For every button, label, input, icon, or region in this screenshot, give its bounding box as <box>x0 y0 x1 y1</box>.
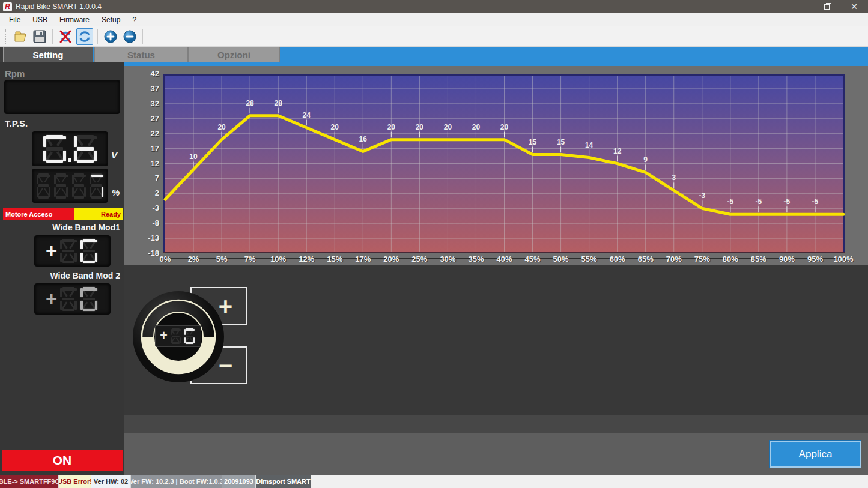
x-axis-label: 60% <box>610 255 625 264</box>
plus-circle-icon <box>103 29 118 44</box>
status-segment: USB Error! <box>59 475 91 488</box>
sync-button[interactable] <box>76 28 93 45</box>
wide-band-mod2-label: Wide Band Mod 2 <box>0 271 120 280</box>
close-icon: ✕ <box>851 2 858 11</box>
decrease-button[interactable] <box>121 28 138 45</box>
x-axis-label: 75% <box>694 255 710 264</box>
tab-opzioni[interactable]: Opzioni <box>188 47 280 62</box>
y-axis-label: -13 <box>124 233 159 242</box>
svg-text:16: 16 <box>359 135 368 143</box>
on-button[interactable]: ON <box>2 450 123 471</box>
menu-item-file[interactable]: File <box>3 13 26 26</box>
menu-item-help[interactable]: ? <box>126 13 142 26</box>
tps-volt-display <box>32 131 108 166</box>
tuning-curve-chart[interactable]: 1020282824201620202020201515141293-3-5-5… <box>163 74 845 253</box>
x-axis-label: 30% <box>440 255 455 264</box>
app-window: R Rapid Bike SMART 1.0.0.4 ✕ FileUSBFirm… <box>0 0 868 488</box>
x-axis-label: 7% <box>244 255 256 264</box>
tab-setting[interactable]: Setting <box>3 47 93 62</box>
adjustment-area: + − + <box>124 265 868 415</box>
svg-text:20: 20 <box>416 123 424 131</box>
x-axis-label: 15% <box>327 255 342 264</box>
svg-text:-5: -5 <box>727 197 733 206</box>
x-axis-label: 0% <box>160 255 171 264</box>
save-icon <box>32 29 47 44</box>
y-axis-label: 27 <box>124 114 159 123</box>
segment-digit <box>60 287 77 311</box>
status-segment: 20091093 <box>222 475 256 488</box>
y-axis-label: -8 <box>124 218 159 227</box>
decimal-point <box>68 158 72 162</box>
svg-text:15: 15 <box>557 138 565 146</box>
plus-sign: + <box>46 289 57 309</box>
y-axis-label: -18 <box>124 249 159 258</box>
apply-button[interactable]: Applica <box>769 440 861 468</box>
increase-button[interactable] <box>102 28 119 45</box>
close-button[interactable]: ✕ <box>840 0 868 13</box>
open-folder-icon <box>13 29 28 44</box>
wide-band-mod1-label: Wide Band Mod1 <box>0 223 120 232</box>
y-axis-label: 37 <box>124 84 159 93</box>
tps-percent-display <box>32 169 108 203</box>
segment-digit <box>60 239 77 263</box>
menu-item-usb[interactable]: USB <box>26 13 53 26</box>
svg-text:14: 14 <box>585 141 593 149</box>
wide-band-mod2-display: + <box>34 283 111 315</box>
x-axis-label: 70% <box>666 255 682 264</box>
x-axis-label: 55% <box>581 255 597 264</box>
chart-panel: 1020282824201620202020201515141293-3-5-5… <box>124 66 868 265</box>
x-axis-label: 12% <box>299 255 314 264</box>
svg-text:-5: -5 <box>812 197 819 206</box>
window-title: Rapid Bike SMART 1.0.0.4 <box>16 2 102 11</box>
tab-status[interactable]: Status <box>94 47 188 62</box>
sidebar: Rpm T.P.S. V % Motore Acceso Ready Wide … <box>0 62 124 475</box>
status-bar: BLE-> SMARTFF9CUSB Error!Ver HW: 02Ver F… <box>0 475 868 488</box>
title-bar: R Rapid Bike SMART 1.0.0.4 ✕ <box>0 0 868 13</box>
y-axis-label: 32 <box>124 99 159 108</box>
y-axis-label: 12 <box>124 159 159 168</box>
menu-item-firmware[interactable]: Firmware <box>53 13 96 26</box>
svg-text:15: 15 <box>529 138 537 146</box>
x-axis-label: 95% <box>807 255 823 264</box>
engine-status-strip: Motore Acceso Ready <box>3 208 123 220</box>
x-axis-label: 17% <box>355 255 371 264</box>
open-folder-button[interactable] <box>12 28 29 45</box>
x-axis-label: 85% <box>751 255 766 264</box>
knob-value-display: + <box>155 325 201 347</box>
maximize-button[interactable] <box>813 0 840 13</box>
usb-disconnect-icon <box>58 29 73 44</box>
svg-text:20: 20 <box>331 123 339 131</box>
svg-text:-3: -3 <box>699 191 705 200</box>
x-axis-label: 10% <box>270 255 286 264</box>
segment-digit <box>90 173 103 199</box>
svg-text:20: 20 <box>444 123 452 131</box>
segment-digit <box>54 173 68 199</box>
segment-digit <box>184 328 195 344</box>
tps-percent-unit: % <box>112 187 120 197</box>
svg-text:20: 20 <box>500 123 509 131</box>
x-axis-label: 65% <box>638 255 654 264</box>
y-axis-label: 22 <box>124 129 159 138</box>
menu-item-setup[interactable]: Setup <box>96 13 126 26</box>
wide-band-mod1-display: + <box>34 235 111 267</box>
usb-disconnect-button[interactable] <box>57 28 74 45</box>
svg-text:9: 9 <box>643 155 648 164</box>
app-logo-icon: R <box>3 2 12 11</box>
svg-text:-5: -5 <box>756 197 762 206</box>
engine-status-right: Ready <box>74 208 123 220</box>
svg-text:-5: -5 <box>784 197 791 206</box>
x-axis-label: 35% <box>468 255 484 264</box>
save-button[interactable] <box>31 28 48 45</box>
minimize-button[interactable] <box>785 0 813 13</box>
segment-digit <box>80 239 97 263</box>
status-segment: BLE-> SMARTFF9C <box>0 475 59 488</box>
segment-digit <box>74 135 97 163</box>
svg-text:20: 20 <box>472 123 481 131</box>
plus-sign: + <box>46 241 57 261</box>
x-axis-label: 40% <box>496 255 512 264</box>
status-segment: Ver FW: 10.2.3 | Boot FW:1.0.3 <box>131 475 222 488</box>
x-axis-label: 20% <box>383 255 399 264</box>
svg-text:28: 28 <box>246 99 254 107</box>
minimize-icon <box>796 7 802 7</box>
toolbar-grip[interactable] <box>5 29 7 44</box>
